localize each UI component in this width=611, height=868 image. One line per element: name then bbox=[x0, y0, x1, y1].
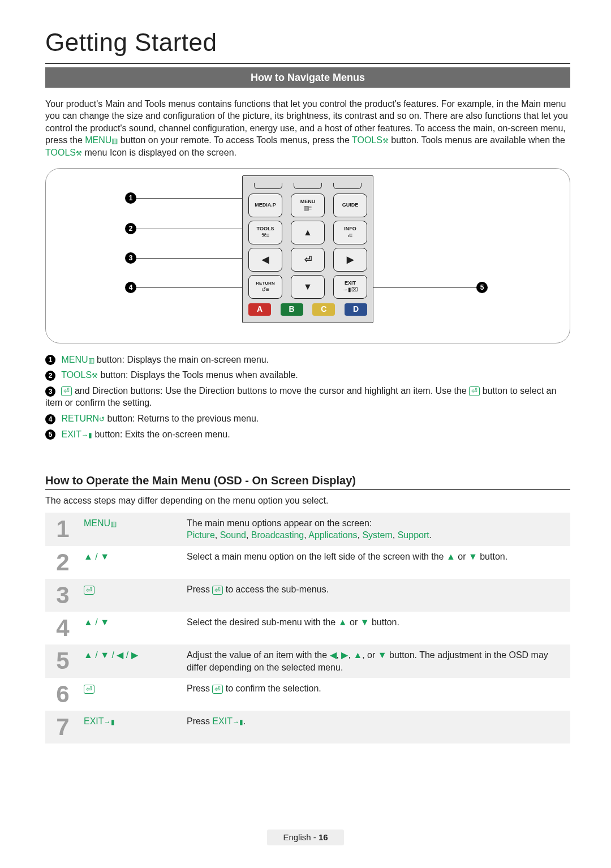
enter-icon: ⏎ bbox=[304, 255, 312, 265]
enter-icon: ⏎ bbox=[84, 586, 94, 595]
tools-keyword: TOOLS⚒ bbox=[352, 135, 389, 145]
return-glyph-icon: ↺ bbox=[99, 415, 105, 423]
arrow-down-icon: ▼ bbox=[468, 552, 477, 561]
remote-color-d-button: D bbox=[345, 303, 367, 316]
menu-option: Support bbox=[398, 530, 429, 540]
stub bbox=[333, 183, 362, 189]
legend-text: button: Returns to the previous menu. bbox=[107, 414, 259, 423]
step-control: MENU▥ bbox=[80, 513, 183, 546]
remote-mediap-button: MEDIA.P bbox=[248, 194, 282, 217]
step-number: 5 bbox=[45, 644, 80, 678]
table-row: 5 ▲ / ▼ / ◀ / ▶ Adjust the value of an i… bbox=[45, 644, 570, 678]
step-number: 4 bbox=[45, 612, 80, 644]
menu-keyword: MENU▥ bbox=[84, 518, 117, 528]
menu-glyph-icon: ▥ bbox=[111, 137, 118, 145]
enter-icon: ⏎ bbox=[61, 386, 72, 396]
step-description: Adjust the value of an item with the ◀, … bbox=[183, 644, 570, 678]
legend-number-icon: 5 bbox=[45, 429, 55, 440]
exit-keyword: EXIT→▮ bbox=[61, 429, 92, 439]
intro-paragraph: Your product's Main and Tools menus cont… bbox=[45, 98, 570, 159]
step-number: 1 bbox=[45, 513, 80, 546]
callout-2: 2 bbox=[125, 223, 136, 234]
manual-page: Getting Started How to Navigate Menus Yo… bbox=[0, 0, 611, 868]
legend-number-icon: 2 bbox=[45, 371, 55, 381]
step-control: ▲ / ▼ bbox=[80, 612, 183, 644]
menu-option: Sound bbox=[220, 530, 246, 540]
return-keyword: RETURN↺ bbox=[61, 414, 105, 423]
footer-language: English bbox=[283, 832, 311, 842]
legend-text: button: Exits the on-screen menu. bbox=[94, 429, 230, 439]
arrow-down-icon: ▼ bbox=[378, 650, 387, 660]
menu-option: Picture bbox=[187, 530, 215, 540]
table-row: 3 ⏎ Press ⏎ to access the sub-menus. bbox=[45, 579, 570, 612]
legend-number-icon: 3 bbox=[45, 386, 55, 397]
footer-page-number: 16 bbox=[319, 832, 328, 842]
callout-5: 5 bbox=[476, 282, 488, 293]
leader-line bbox=[136, 229, 249, 229]
menu-glyph-icon: ▥ bbox=[110, 519, 117, 527]
remote-info-button: INFO𝒾≡ bbox=[333, 221, 367, 244]
exit-glyph-icon: →▮⌧ bbox=[342, 286, 358, 293]
step-description: Press ⏎ to access the sub-menus. bbox=[183, 579, 570, 612]
remote-up-button: ▲ bbox=[291, 221, 325, 244]
remote-color-a-button: A bbox=[248, 303, 271, 316]
table-row: 4 ▲ / ▼ Select the desired sub-menu with… bbox=[45, 612, 570, 644]
osd-heading-rule bbox=[45, 489, 570, 490]
legend-text: button: Displays the Tools menus when av… bbox=[101, 370, 298, 380]
legend-item-2: 2 TOOLS⚒ button: Displays the Tools menu… bbox=[45, 369, 570, 381]
legend-number-icon: 1 bbox=[45, 355, 55, 365]
arrow-up-icon: ▲ bbox=[303, 227, 312, 238]
leader-line bbox=[136, 198, 249, 199]
menu-keyword: MENU▥ bbox=[85, 135, 118, 145]
remote-top-stubs bbox=[248, 183, 367, 189]
arrow-up-icon: ▲ bbox=[353, 650, 362, 660]
step-number: 2 bbox=[45, 546, 80, 579]
return-glyph-icon: ↺≡ bbox=[261, 286, 269, 293]
step-description: Select a main menu option on the left si… bbox=[183, 546, 570, 579]
legend-item-5: 5 EXIT→▮ button: Exits the on-screen men… bbox=[45, 428, 570, 441]
remote-color-c-button: C bbox=[312, 303, 335, 316]
arrow-up-icon: ▲ bbox=[446, 552, 455, 561]
menu-glyph-icon: ▥ bbox=[88, 356, 94, 364]
arrow-up-icon: ▲ bbox=[338, 617, 347, 627]
step-description: Press ⏎ to confirm the selection. bbox=[183, 678, 570, 711]
intro-text-d: menu Icon is displayed on the screen. bbox=[84, 148, 236, 157]
intro-text-c: button. Tools menus are available when t… bbox=[391, 135, 565, 145]
osd-intro: The access steps may differ depending on… bbox=[45, 495, 570, 507]
arrow-down-icon: ▼ bbox=[303, 282, 312, 292]
table-row: 6 ⏎ Press ⏎ to confirm the selection. bbox=[45, 678, 570, 711]
tools-glyph-icon: ⚒ bbox=[76, 149, 82, 157]
tools-glyph-icon: ⚒≡ bbox=[261, 232, 270, 238]
table-row: 7 EXIT→▮ Press EXIT→▮. bbox=[45, 711, 570, 744]
step-description: Select the desired sub-menu with the ▲ o… bbox=[183, 612, 570, 644]
remote-menu-button: MENU▥≡ bbox=[291, 194, 325, 217]
step-description: The main menu options appear on the scre… bbox=[183, 513, 570, 546]
menu-option: Broadcasting bbox=[251, 530, 304, 540]
step-control: ▲ / ▼ bbox=[80, 546, 183, 579]
remote-color-b-button: B bbox=[281, 303, 303, 316]
step-description: Press EXIT→▮. bbox=[183, 711, 570, 744]
tools-keyword: TOOLS⚒ bbox=[61, 370, 98, 380]
enter-icon: ⏎ bbox=[212, 586, 223, 595]
step-control: ▲ / ▼ / ◀ / ▶ bbox=[80, 644, 183, 678]
exit-keyword: EXIT→▮ bbox=[212, 716, 243, 726]
legend-text: button: Displays the main on-screen menu… bbox=[97, 355, 269, 364]
legend-list: 1 MENU▥ button: Displays the main on-scr… bbox=[45, 354, 570, 441]
tools-keyword-2: TOOLS⚒ bbox=[45, 148, 82, 157]
step-control: EXIT→▮ bbox=[80, 711, 183, 744]
leader-line bbox=[363, 287, 476, 288]
page-footer: English - 16 bbox=[0, 830, 611, 845]
section-banner: How to Navigate Menus bbox=[45, 67, 570, 87]
remote-exit-button: EXIT→▮⌧ bbox=[333, 275, 367, 299]
enter-icon: ⏎ bbox=[212, 685, 223, 694]
remote-left-button: ◀ bbox=[248, 248, 282, 272]
remote-guide-button: GUIDE bbox=[333, 194, 367, 217]
remote-enter-button: ⏎ bbox=[291, 248, 325, 272]
tools-glyph-icon: ⚒ bbox=[382, 137, 389, 145]
enter-icon: ⏎ bbox=[469, 386, 480, 396]
exit-glyph-icon: →▮ bbox=[233, 718, 243, 726]
title-rule bbox=[45, 63, 570, 64]
remote-right-button: ▶ bbox=[333, 248, 367, 272]
arrow-right-icon: ▶ bbox=[347, 255, 354, 265]
step-number: 3 bbox=[45, 579, 80, 612]
